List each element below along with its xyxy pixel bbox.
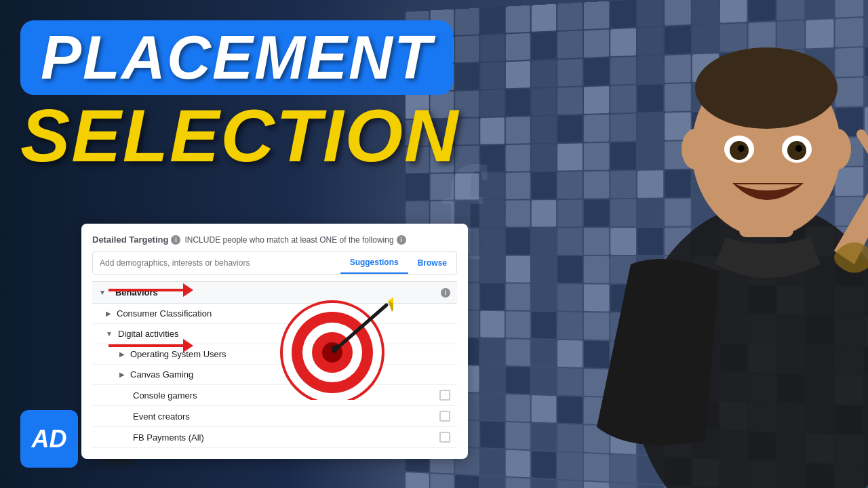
svg-line-16 [861,134,868,150]
svg-marker-20 [183,339,193,352]
console-gamers-checkbox[interactable] [439,390,450,401]
tab-browse[interactable]: Browse [408,252,456,274]
info-icon-2: i [397,235,406,245]
ad-badge-text: AD [32,425,67,453]
fb-search-bar[interactable]: Suggestions Browse [92,251,457,274]
event-creators-checkbox[interactable] [439,411,450,422]
fb-panel-header: Detailed Targeting i INCLUDE people who … [92,235,457,245]
behaviors-info-icon: i [441,288,450,298]
fb-payments-checkbox[interactable] [439,432,450,443]
target-bullseye-icon [271,291,393,403]
fb-payments-row[interactable]: FB Payments (All) [92,427,457,448]
svg-point-5 [824,129,851,169]
svg-point-3 [695,47,837,129]
header-desc: INCLUDE people who match at least ONE of… [184,235,393,245]
tab-suggestions[interactable]: Suggestions [340,252,408,274]
detailed-targeting-label: Detailed Targeting [92,235,168,245]
canvas-arrow: ▶ [119,371,125,378]
title-area: PLACEMENT SELECTION [20,20,460,173]
ad-badge: AD [20,410,78,468]
svg-point-10 [738,145,745,152]
fb-payments-label: FB Payments (All) [133,432,439,443]
selection-title: SELECTION [20,94,460,177]
red-arrow-2 [105,336,193,356]
svg-marker-18 [183,283,193,297]
placement-title: PLACEMENT [41,24,433,92]
event-creators-label: Event creators [133,411,439,422]
person-svg [529,34,868,488]
event-creators-row[interactable]: Event creators [92,406,457,427]
red-arrow-1 [105,280,193,300]
placement-badge: PLACEMENT [20,20,453,95]
svg-point-11 [795,145,802,152]
person-body [475,0,868,488]
fb-search-tabs: Suggestions Browse [340,252,456,274]
info-icon-1: i [171,235,180,245]
consumer-arrow: ▶ [106,310,111,317]
svg-point-4 [682,129,709,169]
targeting-search-input[interactable] [93,253,340,273]
target-svg [271,291,393,400]
